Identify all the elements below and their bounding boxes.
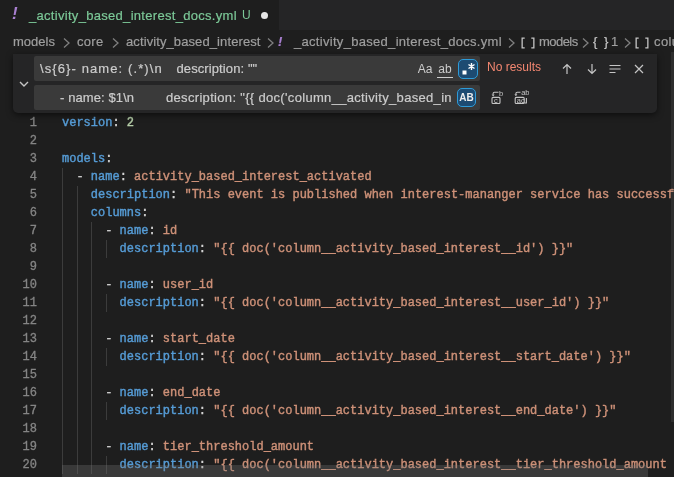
- svg-text:c: c: [494, 96, 498, 105]
- svg-text:ac: ac: [517, 96, 525, 105]
- svg-text:b: b: [499, 89, 503, 98]
